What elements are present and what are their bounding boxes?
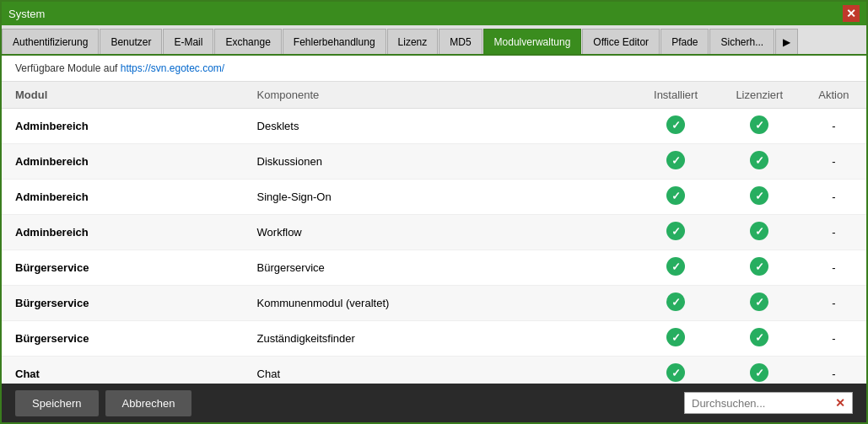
licensed-check-icon [750,257,768,276]
tab-bar: Authentifizierung Benutzer E-Mail Exchan… [2,25,866,56]
cell-lizenziert [718,250,801,286]
cell-installiert [633,286,717,321]
footer-bar: Speichern Abbrechen ✕ [2,384,866,422]
save-button[interactable]: Speichern [15,390,99,416]
search-input[interactable] [692,397,835,410]
licensed-check-icon [750,115,768,134]
tab-benutzer[interactable]: Benutzer [100,29,162,54]
modules-table: Modul Komponente Installiert Lizenziert … [2,82,866,384]
cell-lizenziert [718,286,801,321]
cell-modul: Bürgerservice [2,250,244,286]
cell-aktion: - [801,180,866,215]
table-row: AdminbereichDesklets- [2,109,866,144]
search-box: ✕ [684,392,853,414]
installed-check-icon [666,257,685,276]
installed-check-icon [666,363,685,382]
cell-komponente: Bürgerservice [244,250,634,286]
cell-modul: Adminbereich [2,109,244,144]
cell-installiert [633,215,717,250]
tab-overflow-button[interactable]: ▶ [775,29,798,54]
col-lizenziert: Lizenziert [718,82,801,109]
col-komponente: Komponente [244,82,634,109]
cell-aktion: - [801,357,866,384]
table-row: BürgerserviceBürgerservice- [2,250,866,286]
cell-lizenziert [718,109,801,144]
installed-check-icon [666,222,685,240]
table-row: AdminbereichSingle-Sign-On- [2,180,866,215]
cell-installiert [633,180,717,215]
cell-komponente: Chat [244,357,634,384]
col-installiert: Installiert [633,82,717,109]
cell-installiert [633,109,717,144]
cell-installiert [633,144,717,180]
cell-lizenziert [718,321,801,357]
cell-modul: Chat [2,357,244,384]
tab-lizenz[interactable]: Lizenz [387,29,439,54]
tab-pfade[interactable]: Pfade [660,29,709,54]
installed-check-icon [666,293,685,311]
table-row: BürgerserviceKommunenmodul (veraltet)- [2,286,866,321]
cell-aktion: - [801,109,866,144]
window-title: System [8,8,45,20]
tab-email[interactable]: E-Mail [163,29,213,54]
licensed-check-icon [750,151,768,169]
search-clear-icon[interactable]: ✕ [835,396,845,410]
cell-lizenziert [718,215,801,250]
cell-komponente: Desklets [244,109,634,144]
licensed-check-icon [750,363,768,382]
installed-check-icon [666,115,685,134]
cell-komponente: Diskussionen [244,144,634,180]
cell-lizenziert [718,144,801,180]
tab-fehlerbehandlung[interactable]: Fehlerbehandlung [283,29,386,54]
installed-check-icon [666,328,685,346]
table-row: BürgerserviceZuständigkeitsfinder- [2,321,866,357]
cell-komponente: Workflow [244,215,634,250]
cell-aktion: - [801,144,866,180]
licensed-check-icon [750,328,768,346]
cell-modul: Bürgerservice [2,286,244,321]
content-header: Verfügbare Module auf https://svn.egotec… [2,56,866,82]
licensed-check-icon [750,222,768,240]
cell-aktion: - [801,215,866,250]
tab-exchange[interactable]: Exchange [214,29,281,54]
tab-sicherh[interactable]: Sicherh... [709,29,774,54]
cell-modul: Adminbereich [2,180,244,215]
cell-aktion: - [801,321,866,357]
table-container[interactable]: Modul Komponente Installiert Lizenziert … [2,82,866,384]
cell-komponente: Kommunenmodul (veraltet) [244,286,634,321]
cell-aktion: - [801,250,866,286]
cell-modul: Adminbereich [2,215,244,250]
cell-modul: Bürgerservice [2,321,244,357]
header-link[interactable]: https://svn.egotec.com/ [121,62,224,74]
table-row: AdminbereichDiskussionen- [2,144,866,180]
licensed-check-icon [750,293,768,311]
cell-installiert [633,321,717,357]
cell-lizenziert [718,180,801,215]
tab-modulverwaltung[interactable]: Modulverwaltung [483,29,582,54]
close-button[interactable]: ✕ [843,5,860,22]
cell-lizenziert [718,357,801,384]
cell-installiert [633,250,717,286]
table-row: ChatChat- [2,357,866,384]
cell-aktion: - [801,286,866,321]
table-header-row: Modul Komponente Installiert Lizenziert … [2,82,866,109]
col-modul: Modul [2,82,244,109]
tab-md5[interactable]: MD5 [439,29,482,54]
installed-check-icon [666,186,685,205]
table-row: AdminbereichWorkflow- [2,215,866,250]
cell-komponente: Zuständigkeitsfinder [244,321,634,357]
tab-authentifizierung[interactable]: Authentifizierung [2,29,99,54]
tab-office-editor[interactable]: Office Editor [582,29,660,54]
cell-modul: Adminbereich [2,144,244,180]
footer-buttons: Speichern Abbrechen [15,390,191,416]
cancel-button[interactable]: Abbrechen [105,390,192,416]
content-area: Verfügbare Module auf https://svn.egotec… [2,56,866,384]
system-window: System ✕ Authentifizierung Benutzer E-Ma… [0,0,868,424]
title-bar: System ✕ [2,2,866,25]
installed-check-icon [666,151,685,169]
licensed-check-icon [750,186,768,205]
col-aktion: Aktion [801,82,866,109]
cell-komponente: Single-Sign-On [244,180,634,215]
cell-installiert [633,357,717,384]
